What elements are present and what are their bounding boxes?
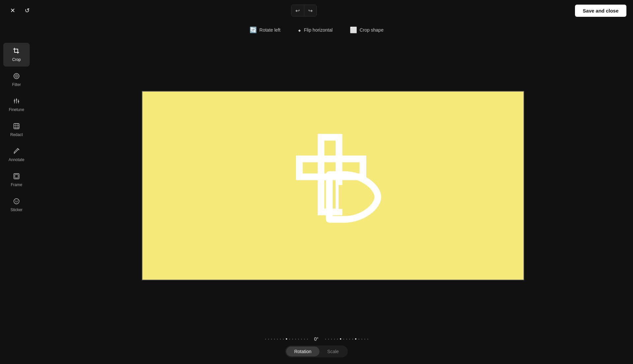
sidebar-finetune-label: Finetune [9, 107, 24, 112]
tick [349, 339, 350, 340]
reset-button[interactable]: ↺ [21, 5, 33, 16]
sidebar-item-redact[interactable]: Redact [3, 118, 30, 142]
sidebar-filter-label: Filter [12, 82, 21, 87]
tick [358, 339, 359, 340]
tick [337, 339, 338, 340]
tick [361, 339, 362, 340]
tick-active [286, 338, 287, 340]
sidebar-annotate-label: Annotate [9, 157, 24, 162]
rotate-left-icon: 🔄 [250, 26, 257, 34]
undo-icon: ↩ [295, 8, 300, 14]
close-button[interactable]: ✕ [7, 5, 18, 16]
canvas-area [33, 39, 633, 332]
sidebar-crop-label: Crop [12, 57, 21, 62]
crop-shape-label: Crop shape [360, 27, 383, 33]
crop-shape-button[interactable]: ⬜ Crop shape [347, 24, 387, 36]
sticker-icon [13, 198, 20, 206]
svg-rect-9 [14, 124, 19, 129]
tick [325, 339, 326, 340]
tick [301, 339, 302, 340]
sidebar: Crop Filter [0, 39, 33, 332]
flip-horizontal-button[interactable]: ⬥ Flip horizontal [294, 25, 336, 36]
sidebar-item-finetune[interactable]: Finetune [3, 93, 30, 117]
bottom-controls: 0° Rotation Scale [0, 332, 633, 364]
sidebar-item-sticker[interactable]: Sticker [3, 193, 30, 217]
sidebar-item-crop[interactable]: Crop [3, 43, 30, 67]
reset-icon: ↺ [25, 7, 30, 14]
sidebar-item-filter[interactable]: Filter [3, 68, 30, 92]
sidebar-frame-label: Frame [11, 182, 22, 187]
tick [292, 339, 293, 340]
svg-rect-16 [15, 175, 18, 178]
svg-rect-8 [18, 101, 19, 102]
tick [364, 339, 365, 340]
tick [307, 339, 308, 340]
tick [280, 339, 281, 340]
finetune-icon [13, 98, 20, 106]
svg-point-2 [16, 76, 17, 77]
crop-icon [13, 47, 20, 56]
tick [268, 339, 269, 340]
tick [352, 339, 353, 340]
toolbar: 🔄 Rotate left ⬥ Flip horizontal ⬜ Crop s… [0, 21, 633, 39]
tick [283, 339, 284, 340]
sidebar-sticker-label: Sticker [11, 208, 23, 212]
close-icon: ✕ [10, 7, 15, 14]
tick [289, 339, 290, 340]
image-canvas [142, 91, 524, 280]
rotation-track: 0° [265, 336, 368, 342]
svg-point-19 [17, 201, 18, 201]
tick [334, 339, 335, 340]
tick [331, 339, 332, 340]
tick [367, 339, 368, 340]
header-center: ↩ ↪ [291, 5, 317, 16]
tick [328, 339, 329, 340]
save-close-button[interactable]: Save and close [575, 5, 626, 17]
filter-icon [13, 72, 20, 81]
tick [265, 339, 266, 340]
redact-icon [13, 123, 20, 131]
tick [298, 339, 299, 340]
sidebar-item-frame[interactable]: Frame [3, 168, 30, 192]
tick [343, 339, 344, 340]
tick-active [340, 338, 341, 340]
right-ticks [325, 338, 368, 340]
tick [346, 339, 347, 340]
annotate-icon [13, 148, 20, 156]
tab-scale[interactable]: Scale [319, 347, 347, 356]
flip-horizontal-icon: ⬥ [298, 27, 301, 34]
svg-point-18 [15, 201, 16, 201]
rotate-left-label: Rotate left [259, 27, 281, 33]
svg-rect-6 [14, 100, 15, 101]
undo-button[interactable]: ↩ [291, 5, 304, 16]
undo-redo-group: ↩ ↪ [291, 5, 317, 16]
sidebar-redact-label: Redact [10, 132, 23, 137]
crop-shape-icon: ⬜ [350, 26, 357, 34]
rotation-value: 0° [311, 336, 322, 342]
tick [271, 339, 272, 340]
rotate-left-button[interactable]: 🔄 Rotate left [246, 24, 284, 36]
tab-group: Rotation Scale [285, 346, 347, 357]
svg-rect-7 [16, 99, 17, 100]
tick-active [355, 338, 356, 340]
redo-button[interactable]: ↪ [304, 5, 316, 16]
redo-icon: ↪ [308, 8, 313, 14]
main: Crop Filter [0, 39, 633, 332]
tick [304, 339, 305, 340]
sidebar-item-annotate[interactable]: Annotate [3, 143, 30, 167]
tick [274, 339, 275, 340]
tab-rotation[interactable]: Rotation [286, 347, 319, 356]
left-ticks [265, 338, 308, 340]
header-left: ✕ ↺ [7, 5, 33, 16]
frame-icon [13, 173, 20, 181]
flip-horizontal-label: Flip horizontal [304, 27, 333, 33]
tick [277, 339, 278, 340]
bitcoin-logo [277, 130, 389, 242]
tick [295, 339, 296, 340]
svg-point-17 [14, 199, 19, 204]
header: ✕ ↺ ↩ ↪ Save and close [0, 0, 633, 21]
